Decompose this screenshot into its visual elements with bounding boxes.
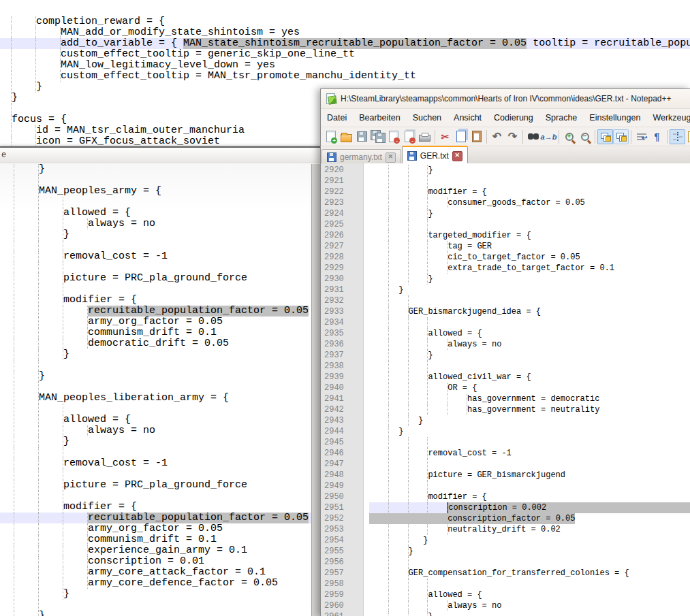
zoom-in-icon[interactable]: + (561, 129, 577, 144)
code-line[interactable]: picture = PRC_pla_ground_force (0, 273, 312, 284)
redo-icon[interactable]: ↷ (505, 129, 520, 144)
doc-map-icon[interactable] (685, 129, 690, 144)
code-line[interactable]: communism_drift = 0.1 (0, 327, 312, 338)
code-line[interactable]: modifier = { (0, 295, 312, 306)
code-line[interactable]: 2936always = no (321, 339, 690, 350)
code-line[interactable]: democratic_drift = 0.05 (0, 338, 312, 349)
code-line[interactable]: army_core_attack_factor = 0.1 (0, 567, 312, 578)
code-line[interactable]: experience_gain_army = 0.1 (0, 545, 312, 556)
save-all-icon[interactable] (370, 129, 386, 144)
code-line[interactable]: 2957GER_compensation_for_transferred_col… (321, 568, 690, 579)
code-line[interactable]: 2927tag = GER (321, 241, 690, 252)
code-line[interactable] (0, 262, 312, 273)
code-line[interactable]: 2953neutrality_drift = 0.02 (321, 524, 690, 535)
code-line[interactable]: 2939allowed_civil_war = { (321, 372, 690, 383)
code-line[interactable]: 2949 (321, 481, 690, 491)
code-line[interactable]: 2933GER_bismarckjugend_idea = { (321, 306, 690, 317)
code-area-main[interactable]: 2920}29212922modifier = {2923consumer_go… (321, 165, 690, 616)
code-line[interactable]: } (0, 229, 312, 240)
menu-item-werkzeuge[interactable]: Werkzeuge (646, 109, 690, 127)
new-file-icon[interactable]: + (323, 129, 339, 144)
title-bar[interactable]: H:\SteamLibrary\steamapps\common\Hearts … (321, 89, 690, 109)
print-icon[interactable] (417, 129, 433, 144)
code-line[interactable]: MAN_peoples_liberation_army = { (0, 393, 312, 404)
code-line[interactable] (0, 600, 312, 611)
code-line[interactable]: MAN_add_or_modify_state_shintoism = yes (0, 27, 690, 38)
code-line[interactable]: always = no (0, 425, 312, 436)
code-line[interactable]: 2923consumer_goods_factor = 0.05 (321, 197, 690, 208)
code-line[interactable]: communism_drift = 0.1 (0, 534, 312, 545)
code-line[interactable]: 2948picture = GER_bismarckjugend (321, 470, 690, 481)
code-line[interactable]: army_org_factor = 0.05 (0, 317, 312, 327)
code-line[interactable]: 2947 (321, 459, 690, 470)
code-line[interactable]: 2958 (321, 579, 690, 589)
code-line[interactable]: 2937} (321, 350, 690, 361)
close-icon[interactable]: ✕ (386, 152, 396, 163)
code-line[interactable]: recruitable_population_factor = 0.05 (0, 306, 312, 317)
close-doc-icon[interactable]: - (386, 129, 401, 144)
code-line[interactable]: 2922modifier = { (321, 187, 690, 197)
code-line[interactable]: conscription = 0.01 (0, 556, 312, 567)
code-line[interactable]: 2946removal_cost = -1 (321, 448, 690, 459)
code-line[interactable] (0, 175, 312, 186)
code-line[interactable]: 2944} (321, 426, 690, 437)
code-line[interactable]: 2920} (321, 165, 690, 176)
code-line[interactable]: 2940OR = { (321, 383, 690, 393)
code-line[interactable]: } (0, 589, 312, 600)
code-line[interactable] (0, 491, 312, 502)
menu-item-sprache[interactable]: Sprache (539, 109, 584, 127)
show-all-chars-icon[interactable]: ¶ (649, 129, 665, 144)
code-line[interactable]: 2929extra_trade_to_target_factor = 0.1 (321, 263, 690, 274)
code-line[interactable]: 2925 (321, 219, 690, 230)
code-line[interactable]: 2952 conscription_factor = 0.05 (321, 513, 690, 524)
code-line[interactable]: 2943} (321, 415, 690, 426)
word-wrap-icon[interactable]: ↩ (633, 129, 649, 144)
code-line[interactable]: } (0, 164, 312, 175)
code-line[interactable]: removal_cost = -1 (0, 458, 312, 469)
code-line[interactable] (0, 284, 312, 295)
code-line[interactable]: 2950modifier = { (321, 491, 690, 502)
code-line[interactable] (0, 447, 312, 458)
replace-icon[interactable]: a→b (541, 129, 556, 144)
code-line[interactable] (0, 382, 312, 393)
undo-icon[interactable]: ↶ (489, 129, 505, 144)
menu-item-codierung[interactable]: Codierung (488, 109, 539, 127)
code-line[interactable] (0, 404, 312, 415)
menu-item-ansicht[interactable]: Ansicht (448, 109, 488, 127)
sync-v-scroll-icon[interactable] (597, 129, 613, 144)
code-line[interactable]: } (0, 436, 312, 447)
code-line[interactable]: 2921 (321, 176, 690, 187)
code-line[interactable] (0, 360, 312, 371)
code-line[interactable]: 2924} (321, 208, 690, 219)
paste-icon[interactable] (469, 129, 484, 144)
code-line[interactable]: } (0, 349, 312, 360)
code-line[interactable]: 2951conscription = 0.002 (321, 502, 690, 513)
code-line[interactable]: always = no (0, 218, 312, 229)
code-line[interactable]: add_to_variable = { MAN_state_shintoism_… (0, 38, 690, 49)
tab-strip-fragment[interactable]: e (0, 148, 320, 163)
code-line[interactable]: allowed = { (0, 415, 312, 425)
code-line[interactable] (0, 5, 690, 16)
code-line[interactable]: 2926targeted_modifier = { (321, 230, 690, 241)
code-line[interactable]: 2960always = no (321, 600, 690, 611)
code-line[interactable]: MAN_peoples_army = { (0, 186, 312, 197)
tab-GER.txt[interactable]: GER.txt✕ (402, 146, 468, 165)
close-all-icon[interactable]: - (401, 129, 417, 144)
code-line[interactable]: modifier = { (0, 502, 312, 513)
code-line[interactable]: army_core_defence_factor = 0.05 (0, 578, 312, 589)
code-line[interactable]: 2932 (321, 295, 690, 306)
code-line[interactable]: MAN_low_legitimacy_level_down = yes (0, 60, 690, 71)
code-line[interactable]: 2935allowed = { (321, 328, 690, 339)
code-line[interactable]: 2955} (321, 546, 690, 557)
menu-item-bearbeiten[interactable]: Bearbeiten (353, 109, 406, 127)
code-line[interactable]: removal_cost = -1 (0, 251, 312, 262)
code-line[interactable]: custom_effect_tooltip = MAN_tsr_promote_… (0, 71, 690, 82)
menu-item-suchen[interactable]: Suchen (407, 109, 448, 127)
sync-h-scroll-icon[interactable] (613, 129, 629, 144)
code-line[interactable]: army_org_factor = 0.05 (0, 523, 312, 534)
code-line[interactable]: 2942has_government = neutrality (321, 404, 690, 415)
code-line[interactable]: custom_effect_tooltip = generic_skip_one… (0, 49, 690, 60)
code-line[interactable]: 2959allowed = { (321, 589, 690, 600)
code-line[interactable] (0, 240, 312, 251)
code-line[interactable]: 2931} (321, 285, 690, 295)
